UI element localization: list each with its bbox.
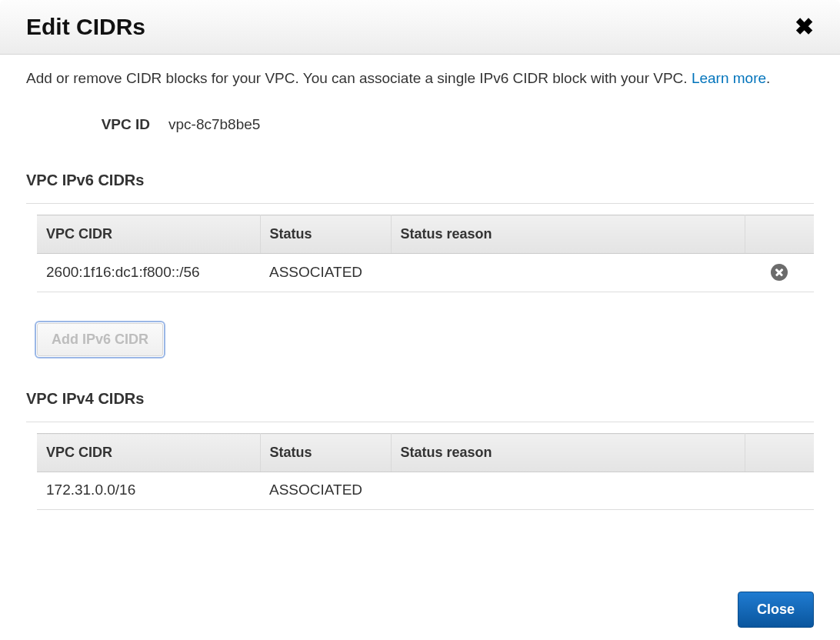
vpc-id-label: VPC ID — [26, 116, 168, 133]
cell-status: ASSOCIATED — [260, 254, 391, 292]
table-header-row: VPC CIDR Status Status reason — [37, 215, 814, 254]
cell-reason — [391, 472, 745, 510]
col-header-action — [745, 215, 814, 254]
add-ipv6-wrap: Add IPv6 CIDR — [37, 323, 814, 356]
dialog-title: Edit CIDRs — [26, 14, 145, 40]
ipv4-cidr-table: VPC CIDR Status Status reason 172.31.0.0… — [37, 433, 814, 510]
col-header-cidr: VPC CIDR — [37, 434, 260, 472]
close-icon[interactable]: ✖ — [795, 15, 814, 38]
cell-cidr: 2600:1f16:dc1:f800::/56 — [37, 254, 260, 292]
dialog-footer: Close — [0, 579, 840, 640]
cell-reason — [391, 254, 745, 292]
edit-cidrs-dialog: Edit CIDRs ✖ Add or remove CIDR blocks f… — [0, 0, 840, 640]
dialog-header: Edit CIDRs ✖ — [0, 0, 840, 55]
col-header-status: Status — [260, 434, 391, 472]
remove-cidr-icon[interactable] — [771, 264, 788, 281]
table-row: 2600:1f16:dc1:f800::/56 ASSOCIATED — [37, 254, 814, 292]
vpc-id-row: VPC ID vpc-8c7b8be5 — [26, 116, 814, 133]
vpc-id-value: vpc-8c7b8be5 — [168, 116, 260, 133]
col-header-action — [745, 434, 814, 472]
cell-action — [745, 472, 814, 510]
dialog-description: Add or remove CIDR blocks for your VPC. … — [26, 67, 814, 90]
divider — [26, 422, 814, 422]
close-button[interactable]: Close — [738, 592, 814, 628]
add-ipv6-cidr-button: Add IPv6 CIDR — [37, 323, 163, 356]
ipv6-cidr-table: VPC CIDR Status Status reason 2600:1f16:… — [37, 215, 814, 292]
col-header-reason: Status reason — [391, 434, 745, 472]
col-header-reason: Status reason — [391, 215, 745, 254]
col-header-status: Status — [260, 215, 391, 254]
description-text: Add or remove CIDR blocks for your VPC. … — [26, 70, 692, 86]
cell-action — [745, 254, 814, 292]
ipv6-section-title: VPC IPv6 CIDRs — [26, 172, 814, 189]
table-row: 172.31.0.0/16 ASSOCIATED — [37, 472, 814, 510]
divider — [26, 203, 814, 204]
learn-more-link[interactable]: Learn more — [692, 70, 766, 86]
description-period: . — [766, 70, 770, 86]
col-header-cidr: VPC CIDR — [37, 215, 260, 254]
cell-cidr: 172.31.0.0/16 — [37, 472, 260, 510]
cell-status: ASSOCIATED — [260, 472, 391, 510]
dialog-body: Add or remove CIDR blocks for your VPC. … — [0, 55, 840, 579]
table-header-row: VPC CIDR Status Status reason — [37, 434, 814, 472]
ipv4-section-title: VPC IPv4 CIDRs — [26, 390, 814, 408]
